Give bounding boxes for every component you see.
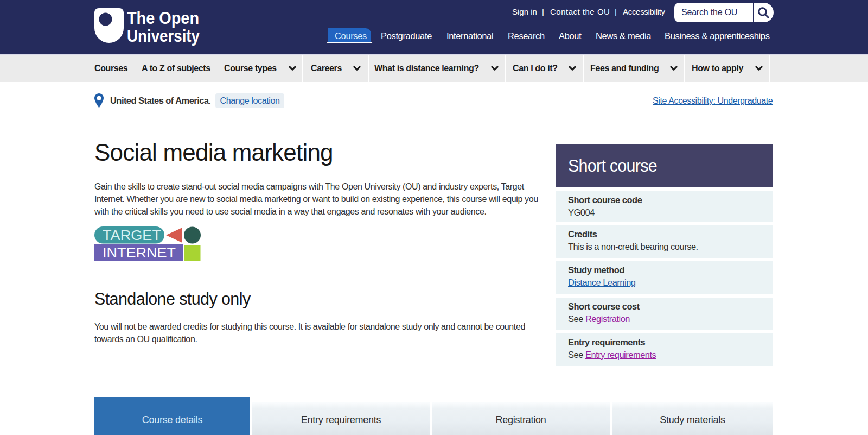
svg-text:INTERNET: INTERNET (103, 244, 176, 261)
svg-text:The Open: The Open (127, 9, 199, 28)
svg-text:TARGET: TARGET (103, 228, 161, 243)
svg-text:University: University (127, 27, 200, 46)
